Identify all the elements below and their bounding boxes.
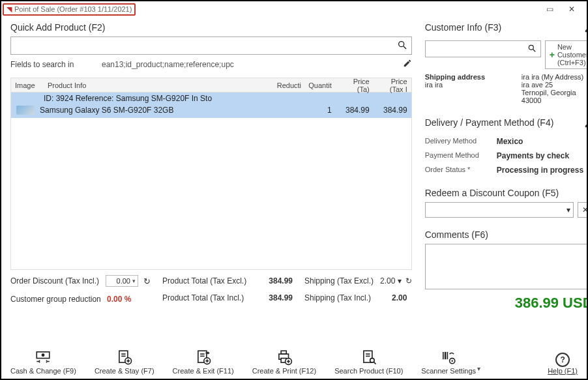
cash-icon: [34, 349, 52, 366]
th-price-tax-incl[interactable]: Price (Tax I: [374, 78, 411, 93]
comments-title: Comments (F6): [425, 229, 588, 240]
pencil-icon[interactable]: [403, 59, 412, 70]
phone-icon: [16, 106, 35, 115]
th-qty[interactable]: Quantit: [304, 81, 336, 89]
row-price-incl: 384.99: [370, 106, 407, 117]
customer-info-title: Customer Info (F3): [425, 22, 501, 33]
svg-line-1: [404, 46, 406, 49]
scanner-settings-label: Scanner Settings: [421, 367, 476, 375]
product-thumb: [15, 106, 40, 117]
address-city: Ternopil, Georgia 43000: [522, 89, 588, 104]
search-product-label: Search Product (F10): [334, 367, 403, 375]
svg-rect-19: [281, 351, 286, 354]
help-label: Help (F1): [548, 367, 578, 375]
customer-search-input[interactable]: [430, 44, 527, 53]
shipping-incl-value: 2.00: [392, 293, 407, 302]
barcode-gear-icon: [439, 349, 458, 366]
payment-method-label: Payment Method: [425, 151, 497, 160]
svg-line-3: [533, 49, 535, 51]
pencil-icon[interactable]: [584, 24, 588, 35]
grand-total: 386.99 USD: [425, 295, 588, 312]
row-reducti: [269, 106, 301, 117]
customer-short: ira ira: [425, 81, 516, 89]
chevron-down-icon[interactable]: ▾: [398, 276, 402, 285]
refresh-icon[interactable]: ↻: [143, 276, 151, 286]
th-info[interactable]: Product Info: [44, 81, 273, 89]
document-search-icon: [360, 349, 378, 366]
chevron-down-icon[interactable]: ▾: [477, 365, 480, 375]
delpay-title: Delivery / Payment Method (F4): [425, 117, 554, 128]
fields-value: ean13;id_product;name;reference;upc: [102, 60, 390, 69]
svg-point-27: [370, 358, 374, 363]
search-product-button[interactable]: Search Product (F10): [334, 349, 403, 375]
svg-point-0: [398, 41, 404, 46]
shipping-excl-value: 2.00: [380, 276, 395, 285]
th-price-tax[interactable]: Price (Ta): [336, 78, 374, 93]
customer-search[interactable]: [425, 40, 541, 57]
refresh-icon[interactable]: ↻: [405, 276, 412, 285]
address-name: ira ira (My Address): [522, 73, 588, 81]
delivery-method-label: Delivery Method: [425, 137, 497, 146]
quick-add-search[interactable]: [10, 37, 412, 55]
chevron-down-icon[interactable]: ▾: [132, 278, 136, 284]
table-row[interactable]: ID: 3924 Reference: Samsung SM-G920F In …: [11, 93, 411, 118]
shipping-incl-label: Shipping (Tax Incl.): [304, 293, 376, 302]
product-total-excl-value: 384.99: [269, 276, 293, 285]
svg-point-5: [42, 353, 45, 357]
create-exit-button[interactable]: Create & Exit (F11): [173, 349, 234, 375]
help-button[interactable]: ? Help (F1): [548, 353, 578, 375]
window-title: Point of Sale (Order #103 1/11/2021): [14, 5, 132, 13]
product-name: Samsung Galaxy S6 SM-G920F 32GB: [40, 106, 269, 117]
app-icon: ◥: [7, 5, 12, 14]
create-stay-button[interactable]: Create & Stay (F7): [95, 349, 154, 375]
pencil-icon[interactable]: [584, 119, 588, 130]
order-discount-label: Order Discount (Tax Incl.): [10, 276, 100, 285]
payment-method-value: Payments by check: [497, 151, 569, 160]
help-icon: ?: [555, 353, 570, 367]
close-button[interactable]: ✕: [561, 2, 583, 16]
row-qty: 1: [301, 106, 332, 117]
order-discount-value: 0.00: [117, 277, 130, 285]
create-stay-label: Create & Stay (F7): [95, 367, 154, 375]
product-table: Image Product Info Reducti Quantit Price…: [10, 78, 412, 270]
delivery-method-value: Mexico: [497, 137, 523, 146]
table-header: Image Product Info Reducti Quantit Price…: [11, 78, 411, 93]
svg-line-28: [374, 362, 375, 364]
bottom-toolbar: Cash & Change (F9) Create & Stay (F7) Cr…: [10, 349, 578, 375]
chevron-down-icon[interactable]: ▾: [566, 205, 570, 214]
new-customer-button[interactable]: +New Customer (Ctrl+F3): [545, 40, 588, 69]
row-price-excl: 384.99: [332, 106, 370, 117]
shipping-excl-input[interactable]: 2.00 ▾: [380, 276, 402, 285]
scanner-settings-button[interactable]: Scanner Settings: [421, 349, 476, 375]
new-customer-label: New Customer (Ctrl+F3): [557, 43, 588, 66]
coupon-title: Redeem a Discount Coupon (F5): [425, 188, 588, 198]
order-status-value: Processing in progress: [497, 166, 583, 175]
fields-label: Fields to search in: [10, 60, 89, 69]
shipping-excl-label: Shipping (Tax Excl.): [304, 276, 376, 285]
address-street: ira ave 25: [522, 81, 588, 89]
search-icon[interactable]: [397, 40, 407, 52]
th-reducti[interactable]: Reducti: [273, 81, 304, 89]
group-reduction-value: 0.00 %: [107, 295, 131, 304]
svg-point-33: [452, 360, 453, 361]
product-total-incl-value: 384.99: [269, 293, 293, 302]
th-image[interactable]: Image: [11, 81, 44, 89]
coupon-input[interactable]: ▾: [425, 202, 574, 218]
quick-add-input[interactable]: [15, 41, 397, 50]
maximize-button[interactable]: ▭: [538, 2, 561, 16]
printer-add-icon: [275, 349, 293, 366]
create-print-label: Create & Print (F12): [252, 367, 316, 375]
search-icon[interactable]: [527, 44, 537, 55]
comments-box[interactable]: [425, 244, 588, 289]
create-exit-label: Create & Exit (F11): [173, 367, 234, 375]
order-status-label: Order Status *: [425, 166, 497, 175]
document-add-icon: [115, 349, 134, 366]
product-total-excl-label: Product Total (Tax Excl.): [162, 276, 246, 285]
coupon-clear-button[interactable]: ✕: [578, 202, 588, 218]
order-discount-input[interactable]: 0.00 ▾: [106, 275, 138, 287]
document-exit-icon: [194, 349, 213, 366]
cash-change-button[interactable]: Cash & Change (F9): [10, 349, 76, 375]
row-ref-line: ID: 3924 Reference: Samsung SM-G920F In …: [15, 94, 212, 103]
quick-add-title: Quick Add Product (F2): [10, 22, 412, 33]
create-print-button[interactable]: Create & Print (F12): [252, 349, 316, 375]
